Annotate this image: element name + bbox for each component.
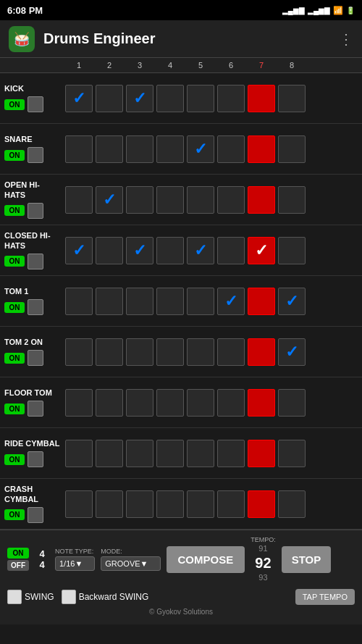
drum-cell[interactable] [126, 237, 153, 264]
stop-button[interactable]: STOP [282, 546, 332, 573]
drum-cell[interactable] [65, 85, 93, 112]
note-type-dropdown[interactable]: 1/16▼ [55, 556, 95, 571]
drum-cell[interactable] [96, 186, 123, 214]
drum-cell[interactable] [217, 440, 245, 467]
drum-cell[interactable] [126, 85, 153, 112]
drum-cell[interactable] [126, 490, 153, 518]
drum-cell[interactable] [156, 288, 184, 315]
drum-cell[interactable] [65, 288, 93, 315]
drum-cell[interactable] [65, 490, 93, 518]
drum-cell[interactable] [65, 440, 93, 467]
drum-cell[interactable] [65, 338, 93, 366]
on-button[interactable]: ON [4, 150, 25, 161]
drum-cell[interactable] [278, 338, 306, 366]
row-toggle-button[interactable] [28, 350, 43, 366]
global-off-button[interactable]: OFF [7, 560, 29, 571]
drum-cell[interactable] [278, 237, 306, 264]
drum-cell[interactable] [217, 237, 245, 264]
on-button[interactable]: ON [4, 256, 25, 267]
drum-cell[interactable] [96, 135, 123, 163]
drum-cell[interactable] [248, 237, 275, 264]
drum-cell[interactable] [217, 490, 245, 518]
drum-cell[interactable] [248, 135, 275, 163]
drum-cell[interactable] [248, 440, 275, 467]
drum-cell[interactable] [126, 389, 153, 417]
drum-cell[interactable] [187, 288, 214, 315]
drum-cell[interactable] [126, 135, 153, 163]
drum-cell[interactable] [126, 288, 153, 315]
drum-cell[interactable] [156, 490, 184, 518]
drum-cell[interactable] [217, 389, 245, 417]
on-button[interactable]: ON [4, 302, 25, 313]
row-toggle-button[interactable] [28, 401, 43, 417]
drum-cell[interactable] [248, 338, 275, 366]
drum-cell[interactable] [156, 85, 184, 112]
drum-cell[interactable] [278, 389, 306, 417]
drum-cell[interactable] [248, 490, 275, 518]
drum-cell[interactable] [187, 135, 214, 163]
drum-cell[interactable] [278, 490, 306, 518]
row-toggle-button[interactable] [28, 451, 43, 467]
drum-cell[interactable] [156, 338, 184, 366]
drum-cell[interactable] [278, 440, 306, 467]
drum-cell[interactable] [96, 85, 123, 112]
drum-cell[interactable] [126, 186, 153, 214]
row-toggle-button[interactable] [28, 507, 43, 523]
drum-cell[interactable] [248, 186, 275, 214]
drum-cell[interactable] [187, 186, 214, 214]
drum-cell[interactable] [65, 135, 93, 163]
drum-cell[interactable] [187, 338, 214, 366]
drum-cell[interactable] [96, 237, 123, 264]
row-toggle-button[interactable] [28, 299, 43, 315]
drum-cell[interactable] [65, 186, 93, 214]
drum-cell[interactable] [156, 135, 184, 163]
on-button[interactable]: ON [4, 353, 25, 364]
drum-cell[interactable] [65, 237, 93, 264]
drum-cell[interactable] [217, 186, 245, 214]
drum-cell[interactable] [248, 288, 275, 315]
row-toggle-button[interactable] [28, 203, 43, 219]
on-button[interactable]: ON [4, 99, 25, 110]
drum-cell[interactable] [187, 389, 214, 417]
global-on-button[interactable]: ON [7, 548, 29, 559]
drum-cell[interactable] [217, 338, 245, 366]
on-button[interactable]: ON [4, 509, 25, 520]
drum-cell[interactable] [156, 237, 184, 264]
drum-cell[interactable] [278, 288, 306, 315]
compose-button[interactable]: COMPOSE [167, 546, 245, 573]
tap-tempo-button[interactable]: TAP TEMPO [295, 589, 355, 605]
swing-checkbox[interactable] [7, 590, 22, 604]
drum-cell[interactable] [65, 389, 93, 417]
drum-cell[interactable] [217, 288, 245, 315]
drum-cell[interactable] [96, 389, 123, 417]
drum-cell[interactable] [248, 389, 275, 417]
drum-cell[interactable] [96, 288, 123, 315]
drum-cell[interactable] [187, 237, 214, 264]
drum-cell[interactable] [278, 85, 306, 112]
row-toggle-button[interactable] [28, 147, 43, 163]
drum-cell[interactable] [96, 338, 123, 366]
drum-cell[interactable] [217, 85, 245, 112]
drum-cell[interactable] [96, 440, 123, 467]
on-button[interactable]: ON [4, 205, 25, 216]
drum-cell[interactable] [187, 490, 214, 518]
drum-cell[interactable] [126, 440, 153, 467]
drum-cell[interactable] [156, 389, 184, 417]
drum-cell[interactable] [126, 338, 153, 366]
drum-cell[interactable] [187, 440, 214, 467]
on-button[interactable]: ON [4, 454, 25, 465]
drum-cell[interactable] [156, 186, 184, 214]
drum-cell[interactable] [217, 135, 245, 163]
mode-dropdown[interactable]: GROOVE▼ [101, 556, 160, 571]
backward-swing-checkbox[interactable] [62, 590, 76, 604]
drum-cell[interactable] [187, 85, 214, 112]
drum-cell[interactable] [156, 440, 184, 467]
row-toggle-button[interactable] [28, 96, 43, 112]
menu-icon[interactable]: ⋮ [339, 30, 353, 48]
drum-cell[interactable] [278, 186, 306, 214]
drum-cell[interactable] [96, 490, 123, 518]
row-toggle-button[interactable] [28, 254, 43, 269]
on-button[interactable]: ON [4, 403, 25, 414]
drum-cell[interactable] [248, 85, 275, 112]
drum-cell[interactable] [278, 135, 306, 163]
